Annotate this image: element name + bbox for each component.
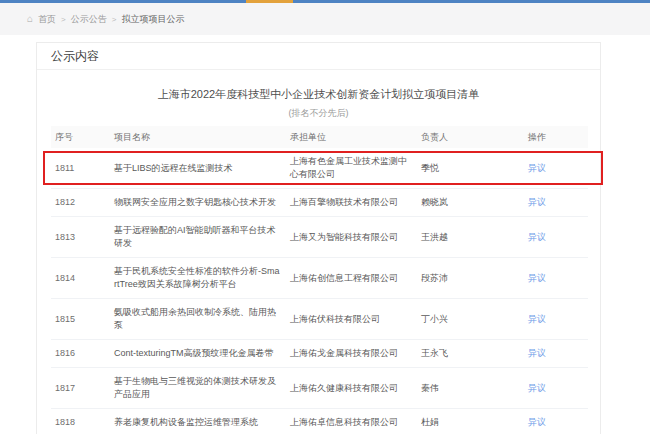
card-header-title: 公示内容 <box>37 43 600 70</box>
table-row: 1813 基于远程验配的AI智能助听器和平台技术研发 上海又为智能科技有限公司 … <box>51 217 588 258</box>
action-cell: 异议 <box>528 340 588 368</box>
breadcrumb-bar: ⌂ 首页 > 公示公告 > 拟立项项目公示 <box>0 3 650 35</box>
breadcrumb: ⌂ 首页 > 公示公告 > 拟立项项目公示 <box>27 13 184 26</box>
dispute-link[interactable]: 异议 <box>528 163 546 173</box>
announcement-card: 公示内容 上海市2022年度科技型中小企业技术创新资金计划拟立项项目清单 (排名… <box>36 42 601 434</box>
top-progress-accent <box>246 0 293 3</box>
leader-cell: 丁小兴 <box>421 299 528 340</box>
leader-cell: 赖晓岚 <box>421 189 528 217</box>
home-icon: ⌂ <box>27 14 33 24</box>
dispute-link[interactable]: 异议 <box>528 348 546 358</box>
action-cell: 异议 <box>528 409 588 434</box>
company-cell: 上海百擎物联技术有限公司 <box>290 189 421 217</box>
col-header-project: 项目名称 <box>114 126 290 148</box>
leader-cell: 季悦 <box>421 148 528 189</box>
row-no-cell: 1815 <box>51 299 114 340</box>
breadcrumb-separator: > <box>61 15 66 24</box>
leader-cell: 秦伟 <box>421 368 528 409</box>
action-cell: 异议 <box>528 258 588 299</box>
row-no-cell: 1811 <box>51 148 114 189</box>
company-cell: 上海佑卓信息科技有限公司 <box>290 409 421 434</box>
col-header-leader: 负责人 <box>421 126 528 148</box>
breadcrumb-separator: > <box>112 15 117 24</box>
company-cell: 上海佑戈金属科技有限公司 <box>290 340 421 368</box>
project-name-cell: 基于生物电与三维视觉的体测技术研发及产品应用 <box>114 368 290 409</box>
row-no-cell: 1818 <box>51 409 114 434</box>
action-cell: 异议 <box>528 217 588 258</box>
table-row: 1814 基于民机系统安全性标准的软件分析-SmartTree致因关系故障树分析… <box>51 258 588 299</box>
table-header-row: 序号 项目名称 承担单位 负责人 操作 <box>51 126 588 148</box>
company-cell: 上海又为智能科技有限公司 <box>290 217 421 258</box>
leader-cell: 段苏沛 <box>421 258 528 299</box>
project-name-cell: 基于LIBS的远程在线监测技术 <box>114 148 290 189</box>
project-name-cell: 氨吸收式船用余热回收制冷系统、陆用热泵 <box>114 299 290 340</box>
breadcrumb-home[interactable]: 首页 <box>38 13 56 26</box>
col-header-action: 操作 <box>528 126 588 148</box>
row-no-cell: 1814 <box>51 258 114 299</box>
leader-cell: 杜娟 <box>421 409 528 434</box>
action-cell: 异议 <box>528 368 588 409</box>
col-header-company: 承担单位 <box>290 126 421 148</box>
project-name-cell: 基于远程验配的AI智能助听器和平台技术研发 <box>114 217 290 258</box>
table-row: 1817 基于生物电与三维视觉的体测技术研发及产品应用 上海佑久健康科技有限公司… <box>51 368 588 409</box>
dispute-link[interactable]: 异议 <box>528 417 546 427</box>
dispute-link[interactable]: 异议 <box>528 383 546 393</box>
breadcrumb-item-current: 拟立项项目公示 <box>121 13 184 26</box>
announcement-subtitle: (排名不分先后) <box>51 107 586 119</box>
table-row: 1811 基于LIBS的远程在线监测技术 上海有色金属工业技术监测中心有限公司 … <box>51 148 588 189</box>
project-name-cell: Cont-texturingTM高级预纹理化金属卷带 <box>114 340 290 368</box>
breadcrumb-item-announcements[interactable]: 公示公告 <box>71 13 107 26</box>
top-progress-bar <box>0 0 650 3</box>
company-cell: 上海有色金属工业技术监测中心有限公司 <box>290 148 421 189</box>
dispute-link[interactable]: 异议 <box>528 314 546 324</box>
project-name-cell: 物联网安全应用之数字钥匙核心技术开发 <box>114 189 290 217</box>
dispute-link[interactable]: 异议 <box>528 197 546 207</box>
dispute-link[interactable]: 异议 <box>528 273 546 283</box>
leader-cell: 王永飞 <box>421 340 528 368</box>
dispute-link[interactable]: 异议 <box>528 232 546 242</box>
card-body: 上海市2022年度科技型中小企业技术创新资金计划拟立项项目清单 (排名不分先后)… <box>37 86 600 434</box>
row-no-cell: 1813 <box>51 217 114 258</box>
row-no-cell: 1812 <box>51 189 114 217</box>
project-name-cell: 基于民机系统安全性标准的软件分析-SmartTree致因关系故障树分析平台 <box>114 258 290 299</box>
row-no-cell: 1817 <box>51 368 114 409</box>
company-cell: 上海佑伏科技有限公司 <box>290 299 421 340</box>
project-name-cell: 养老康复机构设备监控运维管理系统 <box>114 409 290 434</box>
company-cell: 上海佑久健康科技有限公司 <box>290 368 421 409</box>
table-row: 1818 养老康复机构设备监控运维管理系统 上海佑卓信息科技有限公司 杜娟 异议 <box>51 409 588 434</box>
table-row: 1816 Cont-texturingTM高级预纹理化金属卷带 上海佑戈金属科技… <box>51 340 588 368</box>
project-table: 序号 项目名称 承担单位 负责人 操作 1811 基于LIBS的远程在线监测技术… <box>51 126 588 434</box>
announcement-title: 上海市2022年度科技型中小企业技术创新资金计划拟立项项目清单 <box>51 86 586 102</box>
leader-cell: 王洪越 <box>421 217 528 258</box>
table-row: 1812 物联网安全应用之数字钥匙核心技术开发 上海百擎物联技术有限公司 赖晓岚… <box>51 189 588 217</box>
table-row: 1815 氨吸收式船用余热回收制冷系统、陆用热泵 上海佑伏科技有限公司 丁小兴 … <box>51 299 588 340</box>
company-cell: 上海佑创信息工程有限公司 <box>290 258 421 299</box>
row-no-cell: 1816 <box>51 340 114 368</box>
col-header-no: 序号 <box>51 126 114 148</box>
action-cell: 异议 <box>528 189 588 217</box>
action-cell: 异议 <box>528 148 588 189</box>
action-cell: 异议 <box>528 299 588 340</box>
